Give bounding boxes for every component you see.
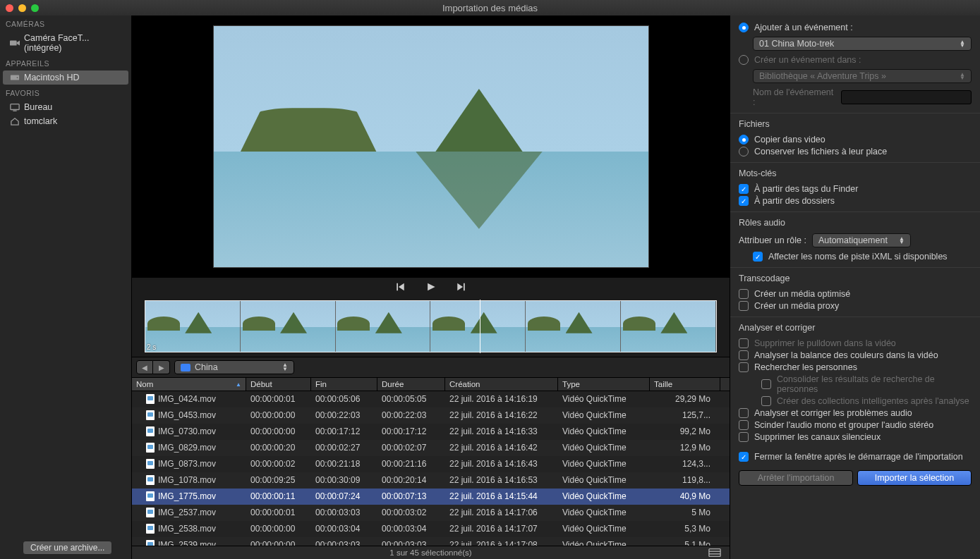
table-row[interactable]: IMG_2538.mov00:00:00:0000:00:03:0400:00:… bbox=[132, 521, 730, 537]
table-row[interactable]: IMG_0829.mov00:00:00:2000:00:02:2700:00:… bbox=[132, 440, 730, 456]
movie-file-icon bbox=[146, 426, 155, 436]
column-header-size[interactable]: Taille bbox=[650, 378, 720, 391]
create-event-radio[interactable] bbox=[739, 55, 749, 65]
audio-roles-section-title: Rôles audio bbox=[739, 218, 972, 228]
movie-file-icon bbox=[146, 540, 155, 546]
cell-start: 00:00:00:01 bbox=[246, 393, 311, 405]
cell-type: Vidéo QuickTime bbox=[558, 441, 650, 454]
filmstrip-playhead[interactable] bbox=[480, 300, 480, 353]
create-archive-button[interactable]: Créer une archive... bbox=[23, 541, 112, 555]
analyze-section-title: Analyser et corriger bbox=[739, 323, 972, 333]
cell-duration: 00:00:21:16 bbox=[377, 457, 445, 470]
table-row[interactable]: IMG_0453.mov00:00:00:0000:00:22:0300:00:… bbox=[132, 407, 730, 424]
nav-back-button[interactable]: ◀ bbox=[136, 360, 153, 374]
cell-start: 00:00:00:20 bbox=[246, 441, 311, 454]
stop-import-button[interactable]: Arrêter l'importation bbox=[739, 470, 853, 486]
play-button[interactable] bbox=[425, 282, 436, 292]
color-balance-checkbox[interactable] bbox=[739, 350, 749, 360]
remove-silence-checkbox[interactable] bbox=[739, 432, 749, 442]
cell-end: 00:00:02:27 bbox=[311, 441, 377, 454]
leave-files-radio[interactable] bbox=[739, 147, 749, 156]
minimize-window-button[interactable] bbox=[18, 4, 26, 12]
desktop-icon bbox=[10, 103, 20, 111]
optimized-media-checkbox[interactable] bbox=[739, 289, 749, 299]
column-header-start[interactable]: Début bbox=[246, 378, 311, 391]
filmstrip[interactable]: 2 s bbox=[132, 296, 730, 357]
cell-size: 125,7... bbox=[650, 409, 720, 422]
cell-start: 00:00:00:00 bbox=[246, 539, 311, 546]
cell-end: 00:00:05:06 bbox=[311, 393, 377, 405]
movie-file-icon bbox=[146, 524, 155, 534]
table-row[interactable]: IMG_2537.mov00:00:00:0100:00:03:0300:00:… bbox=[132, 505, 730, 521]
assign-role-select[interactable]: Automatiquement▲▼ bbox=[812, 233, 911, 247]
table-row[interactable]: IMG_0730.mov00:00:00:0000:00:17:1200:00:… bbox=[132, 424, 730, 440]
folder-dropdown[interactable]: China ▲▼ bbox=[174, 360, 294, 374]
svg-rect-0 bbox=[10, 41, 17, 46]
file-name: IMG_2538.mov bbox=[158, 524, 216, 534]
column-header-name[interactable]: Nom▲ bbox=[132, 378, 246, 391]
movie-file-icon bbox=[146, 394, 155, 404]
close-after-checkbox[interactable] bbox=[739, 452, 749, 462]
cell-start: 00:00:00:00 bbox=[246, 409, 311, 422]
proxy-media-checkbox[interactable] bbox=[739, 301, 749, 311]
create-event-label: Créer un événement dans : bbox=[754, 55, 861, 65]
column-header-duration[interactable]: Durée bbox=[377, 378, 445, 391]
file-name: IMG_0829.mov bbox=[158, 443, 216, 453]
window-title: Importation des médias bbox=[442, 3, 538, 13]
add-to-event-radio[interactable] bbox=[739, 23, 749, 32]
cell-type: Vidéo QuickTime bbox=[558, 490, 650, 503]
column-header-type[interactable]: Type bbox=[558, 378, 650, 391]
column-header-creation[interactable]: Création bbox=[445, 378, 558, 391]
file-name: IMG_0424.mov bbox=[158, 394, 216, 404]
cell-size: 119,8... bbox=[650, 474, 720, 486]
svg-point-2 bbox=[17, 77, 18, 78]
cell-type: Vidéo QuickTime bbox=[558, 457, 650, 470]
cell-size: 124,3... bbox=[650, 457, 720, 470]
sidebar: CAMÉRASCaméra FaceT... (intégrée)APPAREI… bbox=[0, 16, 132, 559]
previous-clip-button[interactable] bbox=[395, 282, 406, 292]
cell-end: 00:00:21:18 bbox=[311, 457, 377, 470]
movie-file-icon bbox=[146, 491, 155, 501]
close-window-button[interactable] bbox=[6, 4, 13, 12]
consolidate-checkbox bbox=[761, 379, 771, 389]
sidebar-section-header: FAVORIS bbox=[0, 85, 131, 100]
event-select[interactable]: 01 China Moto-trek▲▼ bbox=[753, 37, 972, 51]
column-header-end[interactable]: Fin bbox=[311, 378, 377, 391]
next-clip-button[interactable] bbox=[456, 282, 466, 292]
find-people-checkbox[interactable] bbox=[739, 362, 749, 372]
file-name: IMG_1775.mov bbox=[158, 491, 216, 501]
cell-size: 29,29 Mo bbox=[650, 393, 720, 405]
cell-start: 00:00:00:02 bbox=[246, 457, 311, 470]
sidebar-item[interactable]: Macintosh HD bbox=[3, 70, 128, 85]
file-name: IMG_2537.mov bbox=[158, 508, 216, 517]
table-row[interactable]: IMG_0424.mov00:00:00:0100:00:05:0600:00:… bbox=[132, 391, 730, 407]
nav-forward-button[interactable]: ▶ bbox=[153, 360, 170, 374]
ixml-checkbox[interactable] bbox=[753, 252, 763, 262]
cell-creation: 22 juil. 2016 à 14:16:53 bbox=[445, 474, 558, 486]
sidebar-item[interactable]: Caméra FaceT... (intégrée) bbox=[0, 31, 131, 55]
file-list[interactable]: IMG_0424.mov00:00:00:0100:00:05:0600:00:… bbox=[132, 391, 730, 546]
table-row[interactable]: IMG_0873.mov00:00:00:0200:00:21:1800:00:… bbox=[132, 456, 730, 472]
table-row[interactable]: IMG_2539.mov00:00:00:0000:00:03:0300:00:… bbox=[132, 537, 730, 546]
cell-end: 00:00:07:24 bbox=[311, 490, 377, 503]
folders-checkbox[interactable] bbox=[739, 196, 749, 206]
copy-files-radio[interactable] bbox=[739, 135, 749, 145]
cell-type: Vidéo QuickTime bbox=[558, 409, 650, 422]
table-row[interactable]: IMG_1078.mov00:00:09:2500:00:30:0900:00:… bbox=[132, 472, 730, 489]
table-row[interactable]: IMG_1775.mov00:00:00:1100:00:07:2400:00:… bbox=[132, 489, 730, 505]
sidebar-item[interactable]: Bureau bbox=[0, 100, 131, 114]
finder-tags-checkbox[interactable] bbox=[739, 184, 749, 194]
import-selection-button[interactable]: Importer la sélection bbox=[857, 470, 972, 486]
cell-end: 00:00:17:12 bbox=[311, 425, 377, 438]
event-name-input bbox=[841, 90, 972, 104]
cell-type: Vidéo QuickTime bbox=[558, 425, 650, 438]
zoom-window-button[interactable] bbox=[31, 4, 39, 12]
assign-role-label: Attribuer un rôle : bbox=[739, 235, 806, 245]
sidebar-item[interactable]: tomclark bbox=[0, 114, 131, 128]
pulldown-checkbox[interactable] bbox=[739, 338, 749, 348]
split-audio-checkbox[interactable] bbox=[739, 420, 749, 430]
list-view-icon[interactable] bbox=[708, 548, 721, 558]
cell-type: Vidéo QuickTime bbox=[558, 539, 650, 546]
cell-creation: 22 juil. 2016 à 14:15:44 bbox=[445, 490, 558, 503]
audio-problems-checkbox[interactable] bbox=[739, 408, 749, 418]
